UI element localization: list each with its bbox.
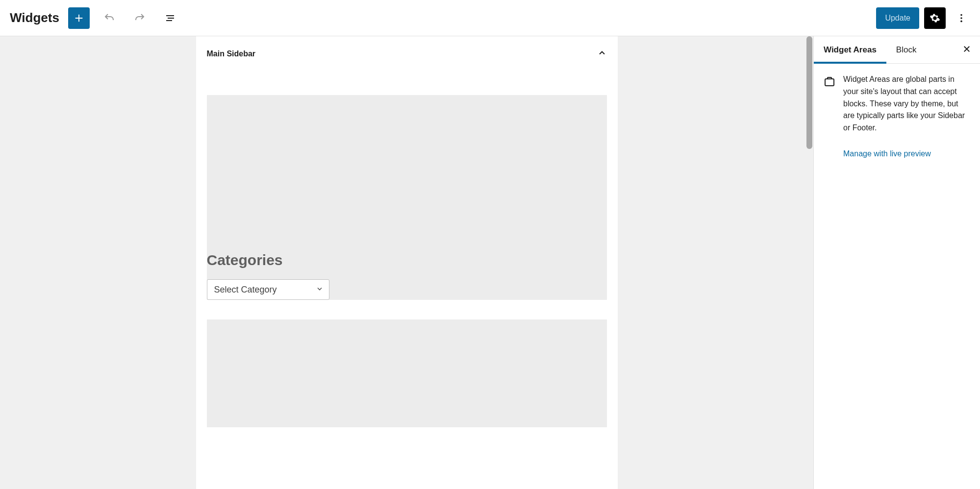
update-button[interactable]: Update xyxy=(876,7,919,29)
manage-live-preview-link[interactable]: Manage with live preview xyxy=(843,148,970,160)
editor-body: Main Sidebar Categories Select Category xyxy=(0,36,980,489)
tab-widget-areas[interactable]: Widget Areas xyxy=(814,36,886,64)
add-block-button[interactable] xyxy=(68,7,90,29)
svg-point-2 xyxy=(960,20,962,22)
svg-point-0 xyxy=(960,14,962,16)
settings-content: Widget Areas are global parts in your si… xyxy=(814,64,980,170)
settings-tabs: Widget Areas Block xyxy=(814,36,980,64)
settings-sidebar: Widget Areas Block Widget Areas are glob… xyxy=(813,36,980,489)
tab-block[interactable]: Block xyxy=(886,36,927,64)
categories-widget-placeholder xyxy=(207,95,607,252)
close-settings-button[interactable] xyxy=(958,41,975,59)
editor-toolbar: Widgets xyxy=(0,0,980,36)
page-title: Widgets xyxy=(10,10,59,25)
gear-icon xyxy=(930,13,940,24)
options-button[interactable] xyxy=(951,7,972,29)
more-vertical-icon xyxy=(956,13,967,24)
document-overview-button[interactable] xyxy=(159,7,181,29)
settings-button[interactable] xyxy=(924,7,946,29)
undo-button[interactable] xyxy=(99,7,120,29)
settings-text-block: Widget Areas are global parts in your si… xyxy=(843,73,970,160)
toolbar-right-group: Update xyxy=(876,7,972,29)
categories-widget-block[interactable]: Categories Select Category xyxy=(207,95,607,300)
redo-button[interactable] xyxy=(129,7,151,29)
list-icon xyxy=(164,12,176,24)
categories-select-wrap: Select Category xyxy=(207,279,329,300)
widget-area-body: Categories Select Category xyxy=(196,71,618,457)
widget-area-header[interactable]: Main Sidebar xyxy=(196,36,618,71)
categories-select[interactable]: Select Category xyxy=(207,279,329,300)
categories-heading: Categories xyxy=(207,252,607,269)
block-gap xyxy=(207,300,607,319)
chevron-up-icon xyxy=(597,48,607,60)
close-icon xyxy=(962,47,971,55)
settings-description: Widget Areas are global parts in your si… xyxy=(843,75,965,132)
widget-areas-icon xyxy=(824,73,835,160)
plus-icon xyxy=(74,13,84,24)
svg-rect-3 xyxy=(825,79,834,86)
spacer-block[interactable] xyxy=(207,71,607,95)
editor-canvas-column: Main Sidebar Categories Select Category xyxy=(0,36,813,489)
redo-icon xyxy=(134,12,146,24)
toolbar-left-group: Widgets xyxy=(10,7,181,29)
widget-area-title: Main Sidebar xyxy=(207,49,256,58)
widget-area-panel: Main Sidebar Categories Select Category xyxy=(196,36,618,489)
scrollbar-thumb[interactable] xyxy=(806,36,812,149)
undo-icon xyxy=(103,12,115,24)
next-widget-block[interactable] xyxy=(207,319,607,427)
svg-point-1 xyxy=(960,17,962,19)
